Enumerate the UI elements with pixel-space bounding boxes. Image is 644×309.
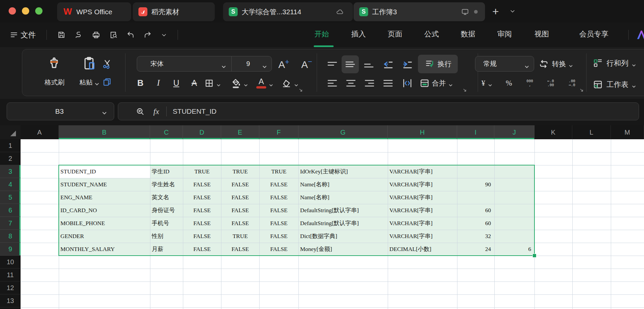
paste-icon[interactable] <box>81 55 98 73</box>
row-header-7[interactable]: 7 <box>0 217 21 230</box>
italic-button[interactable]: I <box>152 77 165 89</box>
print-icon[interactable] <box>90 30 102 40</box>
column-header-A[interactable]: A <box>21 125 59 139</box>
text-orientation-icon[interactable] <box>400 77 415 89</box>
align-justify-icon[interactable] <box>381 77 395 89</box>
column-header-D[interactable]: D <box>183 125 221 139</box>
cut-icon[interactable] <box>101 58 113 70</box>
align-right-icon[interactable] <box>362 77 377 89</box>
alignment-dialog-launcher-icon[interactable] <box>462 88 468 93</box>
tab-docer[interactable]: 稻壳素材 <box>133 2 215 21</box>
select-all-corner[interactable] <box>0 125 21 139</box>
fill-color-chevron[interactable] <box>243 80 249 87</box>
row-header-9[interactable]: 9 <box>0 243 21 256</box>
ribbon-tab-1[interactable]: 开始 <box>314 29 329 39</box>
increase-decimal-button[interactable]: .00 →.0 <box>563 77 581 90</box>
undo-icon[interactable] <box>125 30 136 40</box>
ribbon-tab-5[interactable]: 数据 <box>461 29 475 39</box>
column-header-I[interactable]: I <box>457 125 494 139</box>
eraser-chevron[interactable] <box>293 80 300 87</box>
save-icon[interactable] <box>56 30 67 40</box>
ribbon-tab-3[interactable]: 页面 <box>388 29 402 39</box>
column-header-G[interactable]: G <box>298 125 388 139</box>
column-header-H[interactable]: H <box>388 125 457 139</box>
font-color-icon[interactable]: A <box>255 76 268 90</box>
tab-wps-office[interactable]: W WPS Office <box>57 2 131 21</box>
fx-icon[interactable]: fx <box>153 107 159 116</box>
row-header-4[interactable]: 4 <box>0 178 21 191</box>
ribbon-tab-7[interactable]: 视图 <box>534 29 549 39</box>
format-painter-button[interactable]: 格式刷 <box>39 77 70 87</box>
zoom-button[interactable] <box>35 7 42 15</box>
tab-list-chevron[interactable] <box>506 5 519 18</box>
ribbon-tab-8[interactable]: 会员专享 <box>579 29 608 39</box>
file-menu[interactable]: 文件 <box>21 29 36 40</box>
column-header-C[interactable]: C <box>150 125 183 139</box>
copy-icon[interactable] <box>101 76 113 88</box>
align-top-icon[interactable] <box>325 58 340 71</box>
thousands-separator-button[interactable]: 000 , <box>522 77 537 90</box>
row-header-12[interactable]: 12 <box>0 281 21 294</box>
wrap-text-button[interactable]: 换行 <box>418 55 458 73</box>
bold-button[interactable]: B <box>134 77 147 89</box>
column-header-F[interactable]: F <box>259 125 298 139</box>
row-header-8[interactable]: 8 <box>0 230 21 243</box>
worksheet-button[interactable]: 工作表 <box>593 78 644 91</box>
row-header-11[interactable]: 11 <box>0 269 21 281</box>
format-painter-icon[interactable] <box>45 54 63 73</box>
borders-icon[interactable] <box>203 77 215 89</box>
new-tab-button[interactable]: + <box>488 5 503 18</box>
decrease-font-size-button[interactable]: A− <box>299 57 314 72</box>
align-middle-icon[interactable] <box>342 55 359 73</box>
merge-cells-button[interactable]: 合并 <box>419 77 458 90</box>
selection-fill-handle[interactable] <box>532 254 536 258</box>
redo-icon[interactable] <box>142 30 153 40</box>
ribbon-tab-4[interactable]: 公式 <box>424 29 439 39</box>
tab-workbook3[interactable]: S 工作簿3 <box>354 2 485 21</box>
hamburger-menu-icon[interactable] <box>8 29 20 40</box>
font-dialog-launcher-icon[interactable] <box>298 88 304 93</box>
ribbon-tab-6[interactable]: 审阅 <box>497 29 512 39</box>
align-left-icon[interactable] <box>325 77 340 89</box>
underline-button[interactable]: U <box>170 77 183 89</box>
history-chevron-icon[interactable] <box>159 31 169 40</box>
strikethrough-button[interactable]: A <box>188 77 201 89</box>
number-format-select[interactable]: 常规 <box>475 56 534 72</box>
column-header-M[interactable]: M <box>611 125 644 139</box>
convert-button[interactable]: 转换 <box>538 57 588 71</box>
minimize-button[interactable] <box>22 7 29 15</box>
row-header-3[interactable]: 3 <box>0 165 21 178</box>
print-preview-icon[interactable] <box>108 30 119 40</box>
column-header-L[interactable]: L <box>572 125 611 139</box>
column-header-K[interactable]: K <box>534 125 572 139</box>
number-dialog-launcher-icon[interactable] <box>579 88 585 93</box>
column-header-J[interactable]: J <box>494 125 534 139</box>
ribbon-tab-2[interactable]: 插入 <box>351 29 366 39</box>
borders-chevron[interactable] <box>215 80 222 87</box>
row-header-10[interactable]: 10 <box>0 256 21 269</box>
formula-input[interactable]: fx STUDENT_ID <box>118 102 639 120</box>
increase-indent-icon[interactable] <box>399 58 415 71</box>
export-icon[interactable] <box>73 30 84 40</box>
decrease-indent-icon[interactable] <box>380 58 396 71</box>
percent-format-button[interactable]: % <box>502 77 516 89</box>
decrease-decimal-button[interactable]: ←.0 .00 <box>542 77 559 90</box>
align-center-icon[interactable] <box>344 77 358 89</box>
close-button[interactable] <box>9 7 16 15</box>
align-bottom-icon[interactable] <box>362 58 376 71</box>
row-header-5[interactable]: 5 <box>0 191 21 204</box>
row-header-13[interactable]: 13 <box>0 294 21 307</box>
fill-color-icon[interactable] <box>229 77 243 90</box>
row-header-14[interactable]: 14 <box>0 307 21 309</box>
rows-and-columns-button[interactable]: 行和列 <box>593 57 644 70</box>
clear-format-eraser-icon[interactable] <box>280 77 293 90</box>
paste-button[interactable]: 粘贴 <box>75 77 103 87</box>
wps-ai-logo-icon[interactable] <box>635 29 644 41</box>
font-size-select[interactable]: 9 <box>232 56 272 71</box>
tab-document-32114[interactable]: S 大学综合管...32114 <box>223 2 353 21</box>
font-name-select[interactable]: 宋体 <box>137 56 231 71</box>
increase-font-size-button[interactable]: A+ <box>276 57 291 72</box>
name-box[interactable]: B3 <box>7 102 114 120</box>
row-header-6[interactable]: 6 <box>0 204 21 217</box>
row-header-1[interactable]: 1 <box>0 139 21 152</box>
